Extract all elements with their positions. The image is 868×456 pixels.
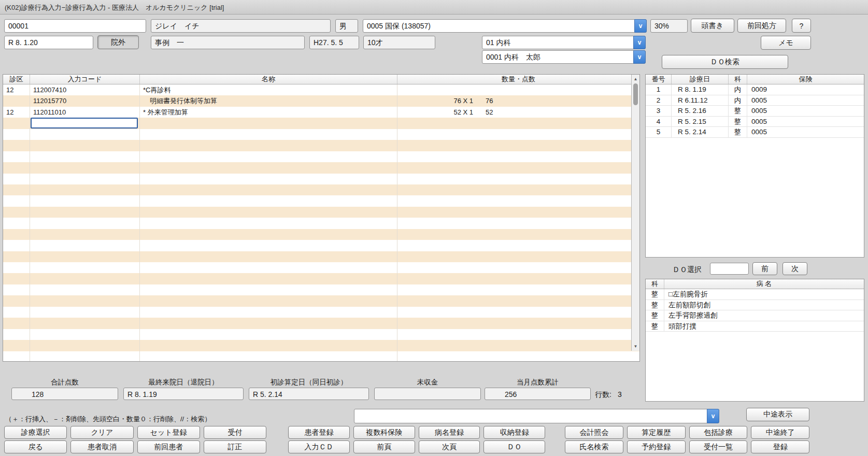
entry-grid-cell[interactable]: [397, 284, 639, 295]
entry-grid-cell[interactable]: [3, 184, 30, 195]
entry-cell-name[interactable]: *C再診料: [140, 84, 397, 95]
entry-grid-cell[interactable]: [397, 351, 639, 362]
entry-grid-cell[interactable]: [3, 151, 30, 162]
entry-grid-cell[interactable]: [397, 218, 639, 229]
disease-row[interactable]: 整 左前額部切創: [646, 300, 864, 311]
entry-grid-cell[interactable]: [3, 218, 30, 229]
clear-button[interactable]: クリア: [70, 426, 133, 439]
entry-grid-cell[interactable]: [140, 273, 397, 284]
entry-grid-cell[interactable]: [3, 129, 30, 140]
entry-grid-cell[interactable]: [140, 284, 397, 295]
entry-grid-empty-row[interactable]: [3, 318, 639, 329]
disease-row[interactable]: 整 頭部打撲: [646, 321, 864, 332]
help-button[interactable]: ?: [792, 19, 811, 33]
entry-grid-cell[interactable]: [3, 295, 30, 306]
accounting-inquiry-button[interactable]: 会計照会: [565, 426, 623, 439]
entry-cell-category[interactable]: [3, 95, 30, 106]
chevron-down-icon[interactable]: v: [633, 50, 646, 64]
entry-cell-code[interactable]: 112007410: [30, 84, 140, 95]
entry-grid-cell[interactable]: [397, 174, 639, 184]
header-note-button[interactable]: 頭書き: [691, 19, 734, 33]
chevron-down-icon[interactable]: v: [634, 19, 647, 33]
entry-grid-cell[interactable]: [397, 318, 639, 329]
entry-grid-cell[interactable]: [140, 295, 397, 306]
entry-grid-empty-row[interactable]: [3, 251, 639, 262]
entry-grid-cell[interactable]: [3, 229, 30, 240]
doctor-combo[interactable]: 0001 内科 太郎 v: [482, 50, 646, 64]
entry-grid-cell[interactable]: [30, 240, 140, 251]
entry-grid-cell[interactable]: [3, 251, 30, 262]
name-search-button[interactable]: 氏名検索: [565, 440, 623, 453]
entry-grid-cell[interactable]: [3, 195, 30, 206]
previous-patient-button[interactable]: 前回患者: [137, 440, 200, 453]
reception-button[interactable]: 受付: [204, 426, 266, 439]
disease-register-button[interactable]: 病名登録: [419, 426, 480, 439]
entry-grid-cell[interactable]: [3, 329, 30, 340]
entry-grid-cell[interactable]: [30, 295, 140, 306]
entry-cell-quantity[interactable]: [397, 118, 639, 129]
do-next-button[interactable]: 次: [782, 262, 807, 275]
visit-row[interactable]: 5 R 5. 2.14 整 0005: [646, 127, 864, 138]
entry-cell-code[interactable]: [30, 118, 140, 129]
patient-cancel-button[interactable]: 患者取消: [70, 440, 133, 453]
entry-grid-cell[interactable]: [140, 195, 397, 206]
entry-grid-empty-row[interactable]: [3, 240, 639, 251]
entry-grid-cell[interactable]: [3, 318, 30, 329]
entry-grid-empty-row[interactable]: [3, 218, 639, 229]
entry-grid-cell[interactable]: [397, 307, 639, 318]
correction-button[interactable]: 訂正: [204, 440, 266, 453]
multi-dept-insurance-button[interactable]: 複数科保険: [353, 426, 415, 439]
entry-grid-cell[interactable]: [30, 273, 140, 284]
entry-grid-empty-row[interactable]: [3, 129, 639, 140]
entry-grid-empty-row[interactable]: [3, 284, 639, 295]
payment-register-button[interactable]: 収納登録: [483, 426, 545, 439]
register-button[interactable]: 登録: [751, 440, 809, 453]
prev-page-button[interactable]: 前頁: [353, 440, 415, 453]
entry-grid-cell[interactable]: [30, 284, 140, 295]
entry-grid-row[interactable]: 112015770 明細書発行体制等加算 76 X 176: [3, 95, 639, 106]
entry-grid-cell[interactable]: [30, 129, 140, 140]
entry-cell-category[interactable]: 12: [3, 84, 30, 95]
entry-grid-cell[interactable]: [397, 295, 639, 306]
chevron-down-icon[interactable]: v: [633, 36, 646, 49]
entry-grid-row[interactable]: 12 112011010 * 外来管理加算 52 X 152: [3, 107, 639, 118]
patient-id-input[interactable]: 00001: [4, 19, 146, 33]
entry-grid-cell[interactable]: [30, 229, 140, 240]
entry-grid-cell[interactable]: [3, 284, 30, 295]
entry-cell-quantity[interactable]: [397, 84, 639, 95]
entry-grid-cell[interactable]: [140, 251, 397, 262]
entry-cell-category[interactable]: 12: [3, 107, 30, 118]
entry-grid-cell[interactable]: [3, 140, 30, 151]
disease-row[interactable]: 整 左手背部擦過創: [646, 310, 864, 321]
entry-cell-name[interactable]: [140, 118, 397, 129]
do-prev-button[interactable]: 前: [752, 262, 777, 275]
entry-grid-cell[interactable]: [3, 162, 30, 173]
entry-grid-empty-row[interactable]: [3, 262, 639, 273]
visit-row[interactable]: 2 R 6.11.12 内 0005: [646, 95, 864, 106]
entry-grid-cell[interactable]: [3, 351, 30, 362]
entry-grid-cell[interactable]: [30, 262, 140, 273]
entry-grid-cell[interactable]: [30, 207, 140, 218]
next-page-button[interactable]: 次頁: [419, 440, 480, 453]
entry-grid-cell[interactable]: [30, 329, 140, 340]
entry-grid-cell[interactable]: [140, 174, 397, 184]
scrollbar-thumb[interactable]: [633, 83, 638, 105]
patient-register-button[interactable]: 患者登録: [288, 426, 350, 439]
entry-grid-cell[interactable]: [140, 229, 397, 240]
entry-cell-name[interactable]: 明細書発行体制等加算: [140, 95, 397, 106]
entry-grid-cell[interactable]: [140, 151, 397, 162]
in-out-hospital-button[interactable]: 院外: [97, 35, 139, 49]
entry-grid-empty-row[interactable]: [3, 207, 639, 218]
entry-grid-cell[interactable]: [30, 184, 140, 195]
entry-grid-cell[interactable]: [140, 262, 397, 273]
entry-grid-cell[interactable]: [397, 240, 639, 251]
entry-grid-cell[interactable]: [3, 174, 30, 184]
entry-grid-cell[interactable]: [140, 307, 397, 318]
entry-grid-cell[interactable]: [30, 174, 140, 184]
active-code-input[interactable]: [31, 118, 138, 128]
entry-grid-cell[interactable]: [140, 218, 397, 229]
entry-grid-cell[interactable]: [140, 207, 397, 218]
entry-grid-empty-row[interactable]: [3, 162, 639, 173]
entry-grid-cell[interactable]: [397, 329, 639, 340]
entry-grid-cell[interactable]: [30, 195, 140, 206]
